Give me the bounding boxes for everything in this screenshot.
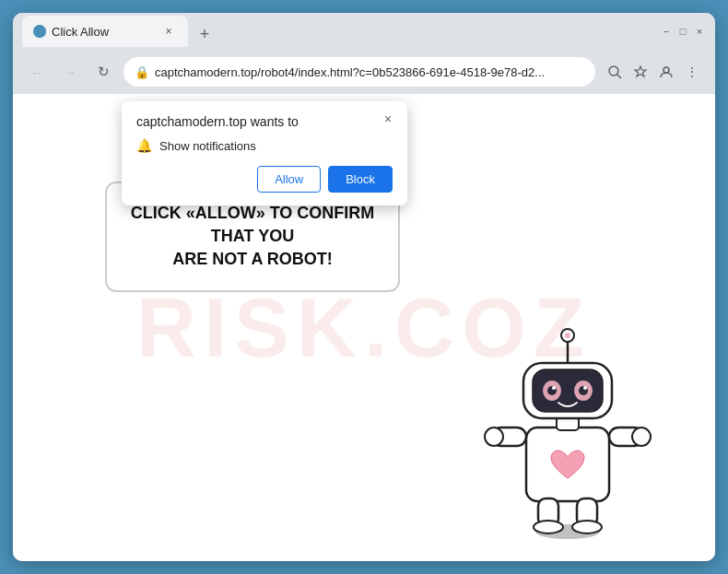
maximize-button[interactable]: □ xyxy=(676,25,689,38)
url-text: captchamodern.top/robot4/index.html?c=0b… xyxy=(155,65,584,79)
active-tab[interactable]: Click Allow × xyxy=(22,16,188,47)
popup-close-button[interactable]: × xyxy=(378,109,398,129)
forward-button[interactable]: → xyxy=(57,59,83,85)
url-field[interactable]: 🔒 captchamodern.top/robot4/index.html?c=… xyxy=(123,57,595,87)
svg-point-3 xyxy=(609,66,618,76)
svg-point-20 xyxy=(565,333,570,338)
svg-point-17 xyxy=(583,386,587,390)
bookmark-star-icon[interactable] xyxy=(628,60,652,84)
svg-point-6 xyxy=(663,67,669,73)
svg-point-28 xyxy=(572,521,602,533)
browser-window: Click Allow × + − □ × ← → ↻ 🔒 captchamod… xyxy=(13,13,715,561)
captcha-text-1: CLICK «ALLOW» TO CONFIRM THAT YOU xyxy=(129,202,376,248)
svg-point-16 xyxy=(552,386,556,390)
allow-button[interactable]: Allow xyxy=(257,166,321,193)
popup-buttons: Allow Block xyxy=(136,166,393,193)
new-tab-button[interactable]: + xyxy=(192,21,217,47)
svg-point-24 xyxy=(632,428,651,446)
popup-title: captchamodern.top wants to xyxy=(136,114,393,129)
tab-close-button[interactable]: × xyxy=(160,23,177,40)
window-controls: − □ × xyxy=(660,25,706,38)
notification-row: 🔔 Show notifications xyxy=(136,138,393,153)
minimize-button[interactable]: − xyxy=(660,25,673,38)
account-icon[interactable] xyxy=(654,60,678,84)
block-button[interactable]: Block xyxy=(328,166,393,193)
bell-icon: 🔔 xyxy=(136,138,152,153)
robot-illustration xyxy=(476,285,660,543)
page-content: RISK.COZ captchamodern.top wants to × 🔔 … xyxy=(13,94,715,561)
address-bar: ← → ↻ 🔒 captchamodern.top/robot4/index.h… xyxy=(13,50,715,94)
search-icon[interactable] xyxy=(603,60,627,84)
tab-title-text: Click Allow xyxy=(52,25,155,39)
svg-point-23 xyxy=(485,428,503,446)
notification-text: Show notifications xyxy=(159,139,256,153)
svg-line-4 xyxy=(617,75,621,78)
close-window-button[interactable]: × xyxy=(693,25,706,38)
captcha-text-2: ARE NOT A ROBOT! xyxy=(129,248,376,271)
lock-icon: 🔒 xyxy=(135,65,149,79)
tab-bar: Click Allow × + xyxy=(22,16,652,47)
address-bar-icons: ⋮ xyxy=(603,60,704,84)
refresh-button[interactable]: ↻ xyxy=(90,59,116,85)
notification-popup: captchamodern.top wants to × 🔔 Show noti… xyxy=(122,101,407,205)
title-bar: Click Allow × + − □ × xyxy=(13,13,715,50)
chrome-menu-icon[interactable]: ⋮ xyxy=(680,60,704,84)
tab-favicon xyxy=(33,25,46,38)
svg-marker-5 xyxy=(635,66,646,76)
back-button[interactable]: ← xyxy=(24,59,50,85)
svg-point-27 xyxy=(534,521,563,533)
